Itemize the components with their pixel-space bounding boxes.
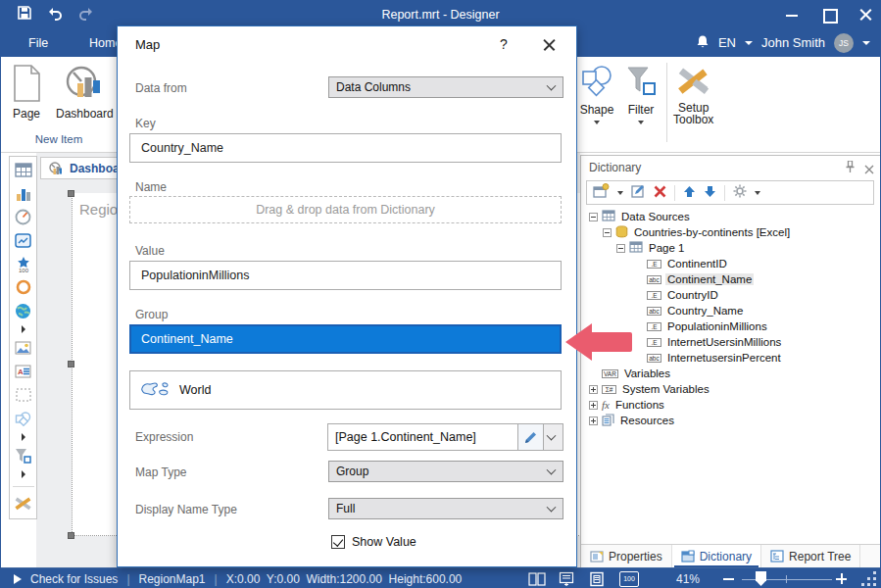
map-element-icon[interactable] — [14, 302, 33, 319]
tree-item-country-name[interactable]: abc Country_Name — [585, 303, 877, 318]
display-name-type-select[interactable]: Full — [328, 498, 563, 519]
language-caret-icon[interactable] — [745, 41, 753, 45]
expression-field[interactable]: [Page 1.Continent_Name] — [327, 423, 563, 451]
tab-properties[interactable]: Properties — [581, 545, 672, 567]
check-for-issues[interactable]: Check for Issues — [30, 572, 118, 586]
notifications-bell-icon[interactable] — [696, 34, 710, 52]
collapse-icon[interactable] — [603, 228, 612, 237]
delete-icon[interactable] — [654, 184, 666, 202]
settings-gear-icon[interactable] — [733, 184, 747, 202]
move-up-icon[interactable] — [683, 184, 696, 202]
group-input-selected[interactable]: Continent_Name — [129, 324, 562, 354]
kpi-element-icon[interactable]: 100 — [14, 255, 33, 272]
new-item-caret-icon[interactable] — [617, 191, 623, 195]
table-element-icon[interactable] — [14, 161, 33, 178]
edit-icon[interactable] — [631, 183, 646, 202]
expression-dropdown-button[interactable] — [543, 424, 563, 450]
zoom-slider-track[interactable] — [742, 579, 832, 581]
new-item-icon[interactable] — [593, 183, 610, 202]
tree-item-resources[interactable]: Resources — [585, 413, 877, 428]
collapse-icon[interactable] — [616, 244, 625, 253]
pin-icon[interactable] — [846, 161, 855, 175]
expression-edit-button[interactable] — [517, 424, 543, 450]
expand-icon[interactable] — [589, 385, 598, 394]
new-page-button[interactable]: Page — [10, 64, 43, 121]
maximize-button[interactable] — [822, 8, 836, 22]
redo-icon[interactable] — [77, 5, 95, 24]
key-input[interactable] — [129, 133, 562, 163]
dialog-help-button[interactable]: ? — [500, 36, 508, 52]
tab-report-tree[interactable]: Report Tree — [761, 545, 860, 567]
collapse-icon[interactable] — [589, 213, 598, 221]
map-style-button[interactable]: World — [129, 370, 562, 410]
data-from-select[interactable]: Data Columns — [328, 76, 563, 98]
system-variables-icon: Σ# — [602, 385, 616, 394]
filter-more-caret-icon[interactable] — [14, 470, 33, 478]
expand-icon[interactable] — [589, 416, 598, 425]
map-type-select[interactable]: Group — [328, 461, 563, 482]
resize-grip[interactable] — [862, 572, 876, 586]
tree-item-continent-name[interactable]: abc Continent_Name — [585, 271, 877, 287]
setup-toolbox-icon[interactable] — [14, 495, 33, 513]
chart-element-icon[interactable] — [14, 184, 33, 202]
text-element-icon[interactable]: A — [14, 363, 33, 380]
tree-item-functions[interactable]: fx Functions — [585, 397, 877, 413]
selection-handle[interactable] — [68, 532, 74, 539]
page-view-icon[interactable] — [589, 571, 607, 587]
tree-item-page-1[interactable]: Page 1 — [585, 240, 877, 256]
expression-value[interactable]: [Page 1.Continent_Name] — [328, 424, 517, 450]
image-element-icon[interactable] — [14, 339, 33, 357]
zoom-slider-thumb[interactable] — [756, 571, 766, 586]
minimize-button[interactable] — [785, 8, 799, 22]
undo-icon[interactable] — [46, 5, 64, 24]
tree-item-system-variables[interactable]: Σ# System Variables — [585, 381, 877, 397]
zoom-out-button[interactable] — [723, 578, 734, 580]
tree-item-excel-source[interactable]: Countries-by-continents [Excel] — [585, 224, 877, 240]
language-selector[interactable]: EN — [718, 35, 736, 50]
tree-item-variables[interactable]: VAR Variables — [585, 366, 877, 381]
value-input[interactable] — [129, 261, 562, 290]
name-drop-zone[interactable]: Drag & drop data from Dictionary — [129, 196, 562, 223]
panel-element-icon[interactable] — [14, 386, 33, 404]
zoom-in-button[interactable] — [836, 573, 847, 584]
zoom-100-icon[interactable]: 100 — [619, 571, 639, 587]
selection-handle[interactable] — [68, 361, 74, 368]
user-menu-caret-icon[interactable] — [862, 41, 870, 45]
filter-label: Filter — [628, 103, 655, 117]
dialog-title: Map — [135, 37, 160, 52]
avatar[interactable]: JS — [834, 33, 854, 53]
selection-handle[interactable] — [68, 190, 74, 197]
tree-item-countryid[interactable]: .E CountryID — [585, 287, 877, 303]
shape-more-caret-icon[interactable] — [14, 433, 33, 441]
tab-file[interactable]: File — [15, 28, 62, 57]
toolbox-separator — [13, 486, 34, 487]
continuous-view-icon[interactable] — [559, 571, 576, 587]
filter-element-icon[interactable] — [14, 447, 33, 465]
progress-element-icon[interactable] — [14, 278, 33, 296]
close-button[interactable] — [859, 9, 872, 22]
gauge-element-icon[interactable] — [14, 208, 33, 225]
user-name[interactable]: John Smith — [761, 35, 825, 50]
tree-item-continentid[interactable]: .E ContinentID — [585, 256, 877, 271]
functions-icon: fx — [602, 399, 610, 411]
save-icon[interactable] — [17, 5, 32, 24]
setup-toolbox-button[interactable]: Setup Toolbox — [673, 64, 713, 122]
expand-icon[interactable] — [589, 401, 598, 410]
shape-element-icon[interactable] — [14, 410, 33, 427]
tree-item-data-sources[interactable]: Data Sources — [585, 209, 877, 224]
move-down-icon[interactable] — [704, 184, 716, 202]
new-dashboard-button[interactable]: Dashboard — [56, 64, 114, 121]
page-delimiters-icon[interactable] — [528, 571, 546, 587]
numeric-field-icon: .E — [647, 260, 661, 269]
tab-dictionary[interactable]: Dictionary — [672, 545, 761, 567]
shape-button[interactable]: Shape — [579, 64, 614, 124]
chevron-down-icon — [547, 466, 557, 475]
settings-caret-icon[interactable] — [755, 191, 760, 195]
indicator-element-icon[interactable] — [14, 231, 33, 249]
filter-button[interactable]: Filter — [624, 64, 658, 124]
show-value-checkbox[interactable] — [331, 535, 345, 549]
more-elements-caret-icon[interactable] — [14, 325, 33, 333]
show-value-checkbox-row[interactable]: Show Value — [331, 535, 416, 549]
panel-close-icon[interactable] — [864, 164, 874, 173]
check-issues-play-icon[interactable] — [14, 574, 22, 584]
